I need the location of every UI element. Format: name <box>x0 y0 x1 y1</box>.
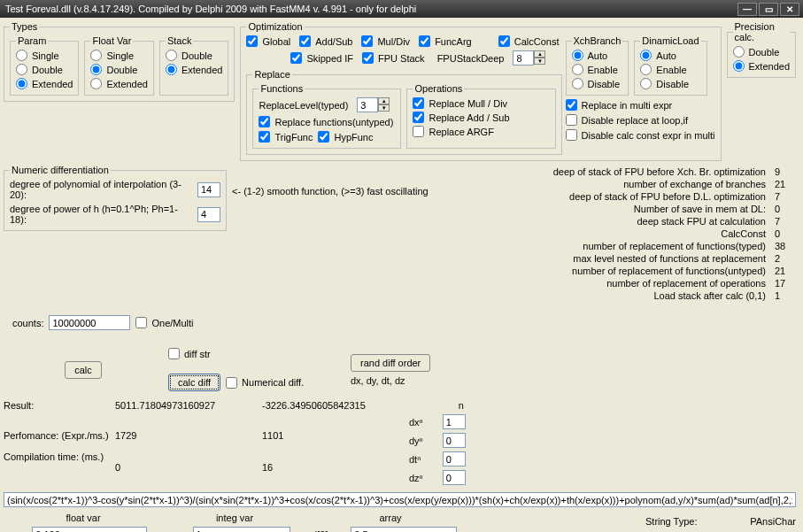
result-2: -3226.34950605842315 <box>262 400 404 411</box>
x-label: x: <box>4 529 27 533</box>
strtype-label: String Type: <box>645 516 698 527</box>
calcdiff-button[interactable]: calc diff <box>168 374 220 391</box>
fpudeep-spin[interactable]: ▲▼ <box>513 50 545 66</box>
rep-add[interactable]: Replace Add / Sub <box>413 112 549 123</box>
up-arrow-icon[interactable]: ▲ <box>534 50 545 58</box>
stat-label: number of replacement of operations <box>606 278 766 289</box>
dx-label: dx, dy, dt, dz <box>351 375 475 386</box>
xch-auto[interactable]: Auto <box>572 50 623 61</box>
multi-check[interactable]: Replace in multi expr <box>566 99 715 111</box>
replace-level-input[interactable] <box>357 97 378 112</box>
disloop-check[interactable]: Disable replace at loop,if <box>566 114 715 126</box>
opt-global[interactable]: Global <box>246 35 290 47</box>
floatvar-legend2: float var <box>4 513 163 523</box>
result-1: 5011.71804973160927 <box>115 400 257 411</box>
counts-input[interactable] <box>49 315 130 330</box>
rep-mul[interactable]: Replace Mull / Div <box>413 97 549 109</box>
x-input[interactable] <box>32 527 147 532</box>
param-single[interactable]: Single <box>16 50 73 61</box>
fpudeep-input[interactable] <box>513 50 534 66</box>
functions-group: Functions ReplaceLevel(typed) ▲▼ Replace… <box>252 83 401 149</box>
ad0-label: ad[0] <box>306 529 345 533</box>
opt-muldiv[interactable]: Mul/Div <box>361 35 410 47</box>
degpower-label: degree of power of h (h=0.1^Ph; Ph=1-18)… <box>10 204 192 225</box>
stack-extended[interactable]: Extended <box>166 64 222 75</box>
window-title: Test Foreval.dll (v.8.4.17.249). Compile… <box>4 4 736 14</box>
discalc-check[interactable]: Disable calc const expr in multi <box>566 129 715 141</box>
trig-check[interactable]: TrigFunc <box>259 131 313 143</box>
perf-2: 1101 <box>262 430 404 441</box>
din-enable[interactable]: Enable <box>640 64 700 75</box>
stat-value: 1 <box>775 290 796 301</box>
expression-input[interactable] <box>4 492 796 507</box>
param-extended[interactable]: Extended <box>16 78 73 89</box>
dtn-input[interactable] <box>443 451 466 466</box>
stat-label: deep of stack of FPU before Xch. Br. opt… <box>553 166 766 177</box>
opt-funcarg[interactable]: FuncArg <box>419 35 472 47</box>
stat-label: max level nested of functions at replace… <box>573 253 766 264</box>
randdiff-button[interactable]: rand diff order <box>351 354 430 372</box>
replace-level-spin[interactable]: ▲▼ <box>357 97 390 112</box>
repfn-check[interactable]: Replace functions(untyped) <box>259 116 395 127</box>
replace-level-label: ReplaceLevel(typed) <box>259 100 348 111</box>
hyp-check[interactable]: HypFunc <box>318 131 373 143</box>
precision-legend: Precision calc. <box>733 21 790 42</box>
opt-addsub[interactable]: Add/Sub <box>299 35 352 47</box>
smooth-note: <- (1-2) smooth function, (>=3) fast osc… <box>232 186 429 197</box>
opt-calcconst[interactable]: CalcConst <box>498 35 560 47</box>
rep-argf[interactable]: Replace ARGF <box>413 126 549 137</box>
stat-value: 0 <box>775 228 796 239</box>
dzn-input[interactable] <box>443 470 466 485</box>
fv-single[interactable]: Single <box>90 50 147 61</box>
dxn-label: dxⁿ <box>409 417 437 428</box>
onemulti-check[interactable]: One/Multi <box>135 317 193 328</box>
integvar-legend: integ var <box>168 513 301 523</box>
xch-disable[interactable]: Disable <box>572 78 623 89</box>
dzn-label: dzⁿ <box>409 473 437 483</box>
param-double[interactable]: Double <box>16 64 73 75</box>
down-arrow-icon[interactable]: ▼ <box>378 104 390 112</box>
stack-double[interactable]: Double <box>166 50 222 61</box>
opt-skipped[interactable]: Skipped IF <box>290 52 353 64</box>
param-legend: Param <box>16 35 48 46</box>
calc-button[interactable]: calc <box>65 361 102 379</box>
dtn-label: dtⁿ <box>409 454 437 465</box>
numdiff-check[interactable]: Numerical diff. <box>226 377 304 389</box>
stat-label: CalcConst <box>721 228 766 239</box>
stat-value: 7 <box>775 191 796 202</box>
counts-label: counts: <box>12 318 43 328</box>
dyn-input[interactable] <box>443 433 466 448</box>
ad0-input[interactable] <box>351 527 457 532</box>
prec-double[interactable]: Double <box>733 46 790 58</box>
stat-value: 9 <box>775 166 796 177</box>
types-legend: Types <box>10 21 39 32</box>
precision-group: Precision calc. Double Extended <box>727 21 796 78</box>
minimize-button[interactable]: — <box>737 3 757 16</box>
n-input[interactable] <box>193 527 290 532</box>
functions-legend: Functions <box>259 83 305 94</box>
stat-value: 17 <box>775 278 796 289</box>
degpower-input[interactable] <box>197 207 220 222</box>
xch-enable[interactable]: Enable <box>572 64 623 75</box>
degpoly-input[interactable] <box>197 182 220 197</box>
din-legend: DinamicLoad <box>640 35 700 46</box>
stat-value: 0 <box>775 204 796 214</box>
up-arrow-icon[interactable]: ▲ <box>378 97 390 104</box>
xch-group: XchBranch Auto Enable Disable <box>566 35 629 96</box>
fv-extended[interactable]: Extended <box>90 78 147 89</box>
maximize-button[interactable]: ▭ <box>759 3 778 16</box>
prec-extended[interactable]: Extended <box>733 60 790 72</box>
ops-legend: Operations <box>413 83 464 94</box>
fv-double[interactable]: Double <box>90 64 147 75</box>
din-auto[interactable]: Auto <box>640 50 700 61</box>
down-arrow-icon[interactable]: ▼ <box>534 58 545 65</box>
opt-fpustack[interactable]: FPU Stack <box>362 52 425 64</box>
array-legend: array <box>306 513 475 523</box>
floatvar-group: Float Var Single Double Extended <box>84 35 153 96</box>
close-button[interactable]: ✕ <box>780 3 799 16</box>
n-label: n <box>443 400 480 411</box>
diffstr-check[interactable]: diff str <box>168 348 345 359</box>
comp-2: 16 <box>262 462 404 473</box>
din-disable[interactable]: Disable <box>640 78 700 89</box>
dxn-input[interactable] <box>443 414 466 429</box>
